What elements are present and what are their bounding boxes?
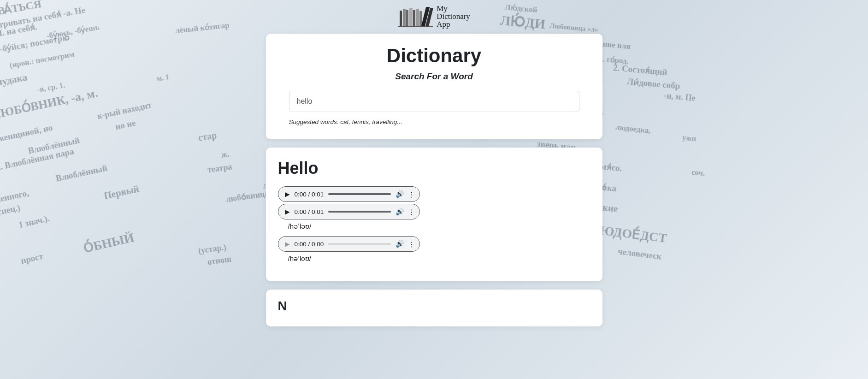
audio-player[interactable]: ▶0:00 / 0:01🔊⋯ [278, 204, 420, 219]
word-heading: Hello [278, 159, 590, 178]
audio-row: ▶0:00 / 0:01🔊⋯ [278, 204, 590, 219]
logo-line1: My [437, 5, 470, 12]
logo-text: My Dictionary App [437, 5, 470, 28]
play-icon[interactable]: ▶ [285, 240, 290, 248]
audio-progress[interactable] [328, 193, 390, 195]
audio-time: 0:00 / 0:00 [295, 241, 324, 248]
search-input[interactable] [289, 91, 579, 112]
logo-line2: Dictionary [437, 12, 470, 20]
audio-player[interactable]: ▶0:00 / 0:01🔊⋯ [278, 186, 420, 202]
audio-row: ▶0:00 / 0:00🔊⋯ [278, 236, 590, 252]
search-card: Dictionary Search For a Word Suggested w… [266, 34, 602, 139]
play-icon[interactable]: ▶ [285, 190, 290, 198]
logo-line3: App [437, 20, 470, 28]
more-icon[interactable]: ⋯ [407, 209, 416, 215]
volume-icon[interactable]: 🔊 [396, 207, 404, 216]
page-title: Dictionary [289, 45, 579, 67]
phonetic-text: /həˈloʊ/ [288, 255, 590, 263]
play-icon[interactable]: ▶ [285, 208, 290, 215]
result-card: Hello ▶0:00 / 0:01🔊⋯▶0:00 / 0:01🔊⋯/həˈlə… [266, 148, 602, 281]
part-of-speech-card: N [266, 290, 602, 326]
bookshelf-icon [398, 6, 433, 27]
audio-progress[interactable] [328, 211, 390, 213]
more-icon[interactable]: ⋯ [407, 191, 416, 197]
audio-progress[interactable] [328, 243, 390, 245]
app-logo: My Dictionary App [398, 5, 470, 28]
volume-icon[interactable]: 🔊 [396, 240, 404, 248]
pos-heading: N [278, 299, 590, 314]
page-subtitle: Search For a Word [289, 71, 579, 82]
volume-icon[interactable]: 🔊 [396, 190, 404, 198]
more-icon[interactable]: ⋯ [407, 241, 416, 247]
audio-player[interactable]: ▶0:00 / 0:00🔊⋯ [278, 236, 420, 252]
suggested-words: Suggested words: cat, tennis, travelling… [289, 118, 579, 125]
audio-row: ▶0:00 / 0:01🔊⋯ [278, 186, 590, 202]
audio-time: 0:00 / 0:01 [295, 191, 324, 198]
audio-time: 0:00 / 0:01 [295, 208, 324, 215]
phonetic-text: /həˈləʊ/ [288, 222, 590, 231]
